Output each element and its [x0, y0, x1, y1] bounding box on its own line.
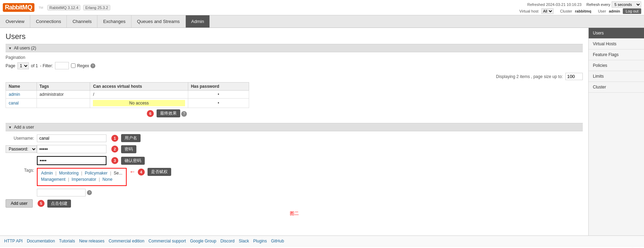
page-title: Users	[6, 32, 583, 41]
user-name-admin: admin	[6, 91, 37, 99]
col-password: Has password	[188, 83, 249, 91]
nav-exchanges[interactable]: Exchanges	[97, 15, 131, 28]
canal-link[interactable]: canal	[9, 101, 19, 106]
version-info: RabbitMQ 3.12.4 Erlang 25.3.2	[47, 5, 110, 10]
annotation-2-area: 2 密码	[109, 145, 136, 153]
arrow-left-icon: ←	[129, 168, 136, 176]
tags-help-icon[interactable]: ?	[87, 190, 92, 195]
add-user-button[interactable]: Add user	[6, 199, 33, 208]
footer-slack[interactable]: Slack	[239, 239, 249, 243]
tag-impersonator[interactable]: Impersonator	[72, 177, 96, 182]
top-right: Refreshed 2024-03-21 10:16:23 Refresh ev…	[519, 1, 641, 14]
confirm-password-input[interactable]	[37, 156, 106, 165]
tag-policymaker[interactable]: Policymaker	[85, 171, 108, 176]
annotation-bubble-3: 3	[111, 157, 118, 164]
user-vhosts-canal: No access	[90, 99, 188, 108]
logo-box: Rabbit MQ	[3, 3, 34, 12]
refreshed-text: Refreshed 2024-03-21 10:16:23	[527, 2, 581, 7]
user-name-canal: canal	[6, 99, 37, 108]
footer-tutorials[interactable]: Tutorials	[59, 239, 75, 243]
footer-commercial-edition[interactable]: Commercial edition	[109, 239, 144, 243]
footer-plugins[interactable]: Plugins	[253, 239, 267, 243]
annotation-6-area: 6 最终效果	[145, 109, 180, 117]
of-label: of 1	[31, 63, 38, 68]
page-select[interactable]: 1	[17, 62, 29, 69]
confirm-password-row: 3 确认密码	[6, 156, 583, 165]
user-value: admin	[609, 9, 620, 13]
annotation-label-final: 最终效果	[157, 109, 180, 117]
footer-commercial-support[interactable]: Commercial support	[149, 239, 186, 243]
rabbitmq-version: RabbitMQ 3.12.4	[47, 5, 80, 10]
nav-queues[interactable]: Queues and Streams	[132, 15, 186, 28]
vhost-cluster-user: Virtual host All / Cluster rabbitmq User…	[519, 8, 641, 14]
tags-input[interactable]	[37, 189, 86, 196]
sidebar-item-cluster[interactable]: Cluster	[589, 82, 644, 93]
footer-documentation[interactable]: Documentation	[27, 239, 55, 243]
user-tags-admin: administrator	[37, 91, 90, 99]
sidebar-item-users[interactable]: Users	[589, 28, 644, 39]
tag-management[interactable]: Management	[41, 177, 65, 182]
annotation-1-area: 1 用户名	[109, 134, 141, 142]
nav-overview[interactable]: Overview	[0, 15, 30, 28]
tags-options-box: Admin | Monitoring | Policymaker | Se...…	[37, 168, 127, 186]
tag-none[interactable]: None	[102, 177, 112, 182]
annotation-label-create: 点击创建	[47, 200, 71, 208]
add-user-header[interactable]: ▼ Add a user	[6, 123, 583, 131]
password-row: Password: Hashed password: 2 密码	[6, 145, 583, 153]
tag-admin[interactable]: Admin	[41, 171, 53, 176]
nav-admin[interactable]: Admin	[186, 15, 210, 28]
admin-link[interactable]: admin	[9, 92, 20, 97]
table-row: admin administrator / •	[6, 91, 249, 99]
username-row: Username: 1 用户名	[6, 134, 583, 142]
refresh-select[interactable]: 5 seconds 10 seconds 30 seconds 60 secon…	[612, 1, 641, 8]
annotation-label-authorize: 是否赋权	[148, 168, 171, 176]
sidebar: Users Virtual Hosts Feature Flags Polici…	[588, 28, 644, 235]
footer-new-releases[interactable]: New releases	[79, 239, 104, 243]
sidebar-item-virtual-hosts[interactable]: Virtual Hosts	[589, 39, 644, 49]
all-users-section-header[interactable]: ▼ All users (2)	[6, 44, 583, 52]
regex-checkbox[interactable]	[71, 63, 75, 68]
tags-line-1: Admin | Monitoring | Policymaker | Se...	[41, 171, 122, 176]
filter-input[interactable]	[55, 62, 69, 69]
topbar: Rabbit MQ TM RabbitMQ 3.12.4 Erlang 25.3…	[0, 0, 644, 15]
erlang-version: Erlang 25.3.2	[83, 5, 110, 10]
col-vhosts: Can access virtual hosts	[90, 83, 188, 91]
tags-label: Tags:	[6, 168, 37, 173]
username-label: Username:	[6, 136, 37, 141]
tag-monitoring[interactable]: Monitoring	[59, 171, 79, 176]
help-icon[interactable]: ?	[181, 111, 187, 117]
user-vhosts-admin: /	[90, 91, 188, 99]
refresh-label: Refresh every	[587, 2, 610, 7]
table-row-canal: canal No access •	[6, 99, 249, 108]
password-input[interactable]	[37, 145, 106, 153]
displaying-info: Displaying 2 items , page size up to:	[6, 73, 583, 80]
add-arrow: ▼	[8, 125, 12, 129]
annotation-4-area: ← 4 是否赋权	[129, 168, 171, 176]
col-name: Name	[6, 83, 37, 91]
nav-channels[interactable]: Channels	[67, 15, 97, 28]
sidebar-item-feature-flags[interactable]: Feature Flags	[589, 49, 644, 60]
page-size-input[interactable]	[565, 73, 583, 80]
user-label: User	[598, 9, 606, 13]
figure-label: 图二	[6, 210, 583, 217]
vhost-select[interactable]: All /	[541, 8, 554, 14]
password-type-select[interactable]: Password: Hashed password:	[6, 145, 37, 153]
nav-connections[interactable]: Connections	[30, 15, 67, 28]
user-password-canal: •	[188, 99, 249, 108]
cluster-value: rabbitmq	[575, 9, 591, 13]
footer-github[interactable]: GitHub	[271, 239, 284, 243]
sidebar-item-policies[interactable]: Policies	[589, 60, 644, 71]
logo-area: Rabbit MQ TM RabbitMQ 3.12.4 Erlang 25.3…	[3, 3, 110, 12]
sidebar-item-limits[interactable]: Limits	[589, 71, 644, 82]
footer-google-group[interactable]: Google Group	[190, 239, 216, 243]
regex-label: Regex	[77, 63, 89, 68]
logout-button[interactable]: Log out	[623, 8, 641, 14]
regex-help-icon[interactable]: ?	[90, 63, 95, 68]
footer-http-api[interactable]: HTTP API	[4, 239, 23, 243]
logo-rabbit: Rabbit	[5, 4, 22, 11]
footer-discord[interactable]: Discord	[221, 239, 235, 243]
username-input[interactable]	[37, 134, 106, 142]
tags-row: Tags: Admin | Monitoring | Policymaker |…	[6, 168, 583, 186]
users-table: Name Tags Can access virtual hosts Has p…	[6, 82, 249, 108]
tags-line-2: Management | Impersonator | None	[41, 177, 122, 182]
